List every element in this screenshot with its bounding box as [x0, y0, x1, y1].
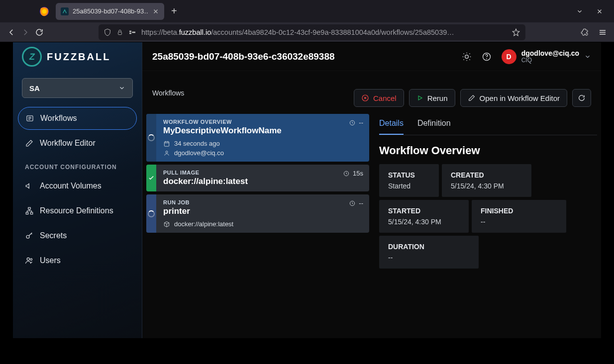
stat-label: FINISHED [481, 207, 557, 215]
key-icon [25, 231, 34, 240]
details-panel: Details Definition Workflow Overview STA… [379, 114, 597, 269]
permissions-icon[interactable] [128, 28, 136, 36]
sidebar-item-workflows[interactable]: Workflows [18, 107, 137, 130]
sidebar-section-label: ACCOUNT CONFIGURATION [13, 155, 142, 175]
svg-rect-6 [132, 31, 135, 33]
user-menu[interactable]: D dgodlove@ciq.co CIQ [502, 49, 591, 64]
nav-bar: https://beta.fuzzball.io/accounts/4ba982… [0, 22, 614, 42]
firefox-icon [39, 6, 50, 17]
clock-icon [349, 119, 356, 126]
step-time-value: 15s [353, 170, 363, 177]
step-user: dgodlove@ciq.co [174, 149, 224, 157]
theme-toggle-icon[interactable] [462, 52, 472, 62]
stat-finished: FINISHED -- [472, 200, 566, 233]
breadcrumb[interactable]: Workflows [152, 89, 184, 97]
step-age: 34 seconds ago [174, 140, 220, 147]
step-label: PULL IMAGE [163, 170, 362, 176]
rerun-label: Rerun [427, 94, 448, 102]
tab-definition[interactable]: Definition [417, 114, 451, 135]
sidebar-item-users[interactable]: Users [18, 249, 137, 272]
new-tab-button[interactable]: + [171, 5, 177, 17]
sidebar-item-secrets[interactable]: Secrets [18, 224, 137, 247]
user-icon [163, 150, 170, 157]
cancel-button[interactable]: Cancel [354, 89, 404, 107]
step-title: docker://alpine:latest [163, 177, 362, 186]
svg-point-13 [30, 259, 32, 261]
check-icon [148, 175, 155, 182]
stat-duration: DURATION -- [379, 236, 479, 269]
user-email: dgodlove@ciq.co [521, 49, 579, 57]
step-image: docker://alpine:latest [174, 220, 233, 228]
avatar: D [502, 49, 516, 64]
svg-rect-18 [164, 141, 169, 146]
reload-icon[interactable] [35, 28, 44, 37]
users-icon [25, 256, 34, 265]
play-icon [416, 94, 423, 101]
stat-label: STARTED [388, 207, 460, 215]
org-selector[interactable]: SA [22, 78, 133, 98]
spinner-icon [148, 134, 155, 141]
list-icon [25, 114, 34, 123]
detail-tabs: Details Definition [379, 114, 597, 135]
sidebar-item-resource-definitions[interactable]: Resource Definitions [18, 199, 137, 222]
chevron-down-icon [584, 53, 591, 60]
bookmark-star-icon[interactable] [512, 28, 520, 37]
step-title: printer [163, 206, 362, 216]
back-icon[interactable] [7, 28, 16, 37]
svg-rect-3 [118, 32, 122, 34]
rerun-button[interactable]: Rerun [409, 89, 455, 107]
svg-rect-4 [129, 30, 131, 32]
tab-close-icon[interactable] [152, 8, 159, 15]
sidebar-item-label: Account Volumes [40, 182, 102, 190]
box-icon [163, 221, 170, 228]
forward-icon [21, 28, 30, 37]
step-list: WORKFLOW OVERVIEW MyDescriptiveWorkflowN… [146, 114, 369, 233]
topbar: 25a85039-bd07-408b-93e6-c36032e89388 D d… [142, 42, 601, 71]
refresh-button[interactable] [572, 89, 591, 107]
calendar-icon [163, 140, 170, 147]
details-title: Workflow Overview [379, 144, 597, 157]
stat-value: -- [481, 218, 557, 226]
svg-rect-2 [61, 7, 69, 15]
step-label: WORKFLOW OVERVIEW [163, 119, 362, 125]
browser-chrome: 25a85039-bd07-408b-93… + https://beta.fu… [0, 0, 614, 42]
step-time-value: -- [359, 199, 363, 207]
step-run-job[interactable]: RUN JOB printer docker://alpine:latest -… [146, 194, 369, 233]
help-icon[interactable] [482, 52, 492, 62]
brand-logo-icon: Z [22, 47, 42, 67]
spinner-icon [148, 210, 155, 217]
url-text: https://beta.fuzzball.io/accounts/4ba982… [141, 28, 454, 36]
open-editor-button[interactable]: Open in Workflow Editor [460, 89, 567, 107]
brand[interactable]: Z FUZZBALL [13, 42, 142, 71]
clock-icon [349, 200, 356, 207]
stat-status: STATUS Started [379, 164, 439, 197]
step-title: MyDescriptiveWorkflowName [163, 126, 362, 136]
app-menu-icon[interactable] [598, 28, 607, 37]
browser-tab[interactable]: 25a85039-bd07-408b-93… [56, 3, 164, 20]
org-selector-value: SA [29, 84, 40, 92]
page-title: 25a85039-bd07-408b-93e6-c36032e89388 [152, 51, 335, 62]
step-workflow-overview[interactable]: WORKFLOW OVERVIEW MyDescriptiveWorkflowN… [146, 114, 369, 162]
sidebar-item-account-volumes[interactable]: Account Volumes [18, 175, 137, 197]
svg-point-1 [42, 9, 46, 13]
svg-point-12 [27, 258, 29, 260]
window-close-icon[interactable] [596, 8, 603, 15]
url-bar[interactable]: https://beta.fuzzball.io/accounts/4ba982… [99, 24, 525, 40]
svg-rect-8 [28, 207, 31, 209]
svg-point-19 [166, 151, 168, 153]
tab-details[interactable]: Details [379, 114, 404, 135]
action-bar: Cancel Rerun Open in Workflow Editor [354, 89, 591, 107]
clock-icon [343, 170, 350, 177]
edit-icon [25, 139, 34, 148]
brand-name: FUZZBALL [47, 51, 110, 63]
svg-point-11 [26, 235, 29, 238]
tab-title: 25a85039-bd07-408b-93… [73, 7, 148, 15]
step-pull-image[interactable]: PULL IMAGE docker://alpine:latest 15s [146, 165, 369, 191]
sidebar-item-label: Resource Definitions [40, 206, 113, 215]
tabs-dropdown-icon[interactable] [576, 8, 583, 15]
sidebar-item-workflow-editor[interactable]: Workflow Editor [18, 132, 137, 155]
cancel-icon [361, 94, 369, 102]
svg-point-14 [465, 55, 468, 58]
stats-grid: STATUS Started CREATED 5/15/24, 4:30 PM … [379, 164, 597, 269]
extensions-icon[interactable] [580, 28, 589, 37]
